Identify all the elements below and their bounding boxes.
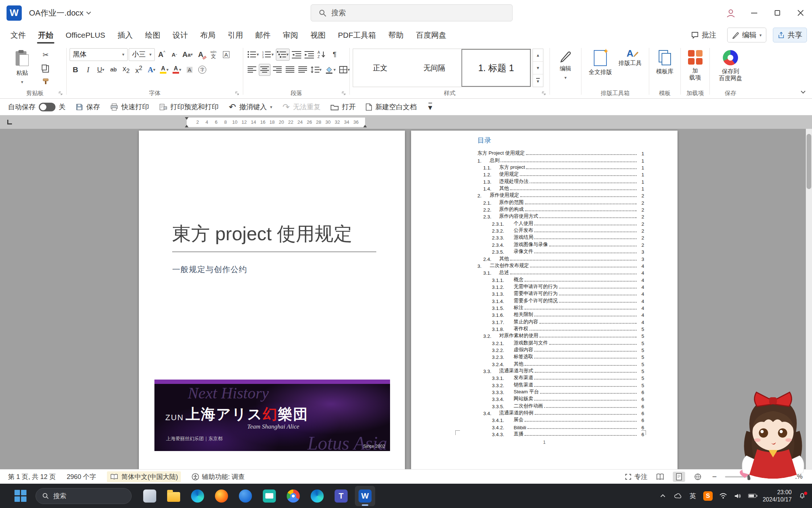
qat-overflow-button[interactable]: ▼: [427, 103, 434, 111]
tab-引用[interactable]: 引用: [221, 26, 249, 44]
toc-entry[interactable]: 3.1.8.著作权5: [477, 325, 644, 332]
style-gallery-more-button[interactable]: ▼: [533, 74, 543, 87]
paragraph-dialog-launcher[interactable]: [341, 90, 347, 96]
firefox-browser-icon[interactable]: [211, 486, 232, 506]
style-gallery-up-button[interactable]: ▲: [533, 49, 543, 62]
editing-button[interactable]: 编辑 ▾: [557, 47, 574, 82]
toc-entry[interactable]: 3.1.7.禁止的内容4: [477, 318, 644, 325]
document-page-2[interactable]: 目录 东方 Project 使用规定11.总则11.1.东方 project11…: [411, 131, 678, 469]
toc-entry[interactable]: 3.4.流通渠道的特例6: [477, 409, 644, 416]
undo-button[interactable]: ↶ 撤消键入 ▾: [229, 102, 272, 112]
tab-审阅[interactable]: 审阅: [277, 26, 304, 44]
tab-布局[interactable]: 布局: [194, 26, 221, 44]
minimize-button[interactable]: [742, 0, 766, 26]
toc-entry[interactable]: 3.二次创作发布规定4: [477, 262, 644, 269]
bullets-button[interactable]: ▾: [246, 49, 260, 61]
highlight-color-button[interactable]: A▾: [158, 64, 170, 76]
chrome-browser-icon[interactable]: [283, 486, 303, 506]
document-banner-image[interactable]: Next History ZUN 上海アリス幻樂団 Team Shanghai …: [154, 380, 390, 451]
toc-entry[interactable]: 2.3.3.游戏结局2: [477, 234, 644, 241]
hanging-indent-marker[interactable]: [185, 123, 188, 127]
increase-indent-button[interactable]: [303, 49, 315, 61]
align-right-button[interactable]: [272, 64, 283, 76]
toc-entry[interactable]: 2.4.其他3: [477, 255, 644, 262]
tab-百度网盘[interactable]: 百度网盘: [410, 26, 452, 44]
maximize-button[interactable]: [766, 0, 789, 26]
distribute-button[interactable]: [297, 64, 308, 76]
language-indicator[interactable]: 简体中文(中国大陆): [107, 471, 181, 482]
copy-button[interactable]: [40, 62, 51, 74]
italic-button[interactable]: I: [82, 64, 94, 76]
onedrive-cloud-icon[interactable]: [674, 493, 682, 499]
font-size-select[interactable]: 小三▾: [129, 48, 155, 61]
tab-PDF工具箱[interactable]: PDF工具箱: [332, 26, 382, 44]
numbering-button[interactable]: 123▾: [261, 49, 275, 61]
shrink-font-button[interactable]: Aˇ: [169, 49, 180, 61]
toc-entry[interactable]: 3.2.2.虚假内容5: [477, 346, 644, 353]
tab-邮件[interactable]: 邮件: [249, 26, 277, 44]
toc-entry[interactable]: 1.2.使用规定1: [477, 171, 644, 177]
style-card-no-spacing[interactable]: 无间隔: [407, 49, 462, 87]
tab-文件[interactable]: 文件: [4, 26, 32, 44]
toc-entry[interactable]: 3.2.4.其他5: [477, 360, 644, 367]
cut-button[interactable]: ✂: [40, 49, 51, 61]
toc-heading[interactable]: 目录: [477, 136, 644, 145]
scrollbar-thumb[interactable]: [807, 134, 811, 189]
tab-视图[interactable]: 视图: [304, 26, 332, 44]
comments-button[interactable]: 批注: [687, 28, 721, 42]
focus-mode-button[interactable]: 专注: [625, 472, 647, 481]
toc-entry[interactable]: 2.1.原作的范围2: [477, 198, 644, 205]
tab-selector[interactable]: [6, 119, 13, 126]
wifi-icon[interactable]: [719, 493, 727, 499]
sort-button[interactable]: AZ: [316, 49, 328, 61]
addins-button[interactable]: 加 载项: [686, 47, 705, 82]
account-button[interactable]: [719, 0, 742, 26]
print-preview-button[interactable]: 打印预览和打印: [159, 102, 219, 112]
strikethrough-button[interactable]: ab: [108, 64, 119, 76]
style-gallery-down-button[interactable]: ▼: [533, 62, 543, 74]
toc-entry[interactable]: 3.3.4.网站贩卖6: [477, 395, 644, 402]
toc-entry[interactable]: 3.3.3.Steam 平台6: [477, 388, 644, 395]
font-color-button[interactable]: A▾: [171, 64, 183, 76]
font-family-select[interactable]: 黑体▾: [70, 48, 128, 61]
tab-插入[interactable]: 插入: [111, 26, 139, 44]
toc-entry[interactable]: 3.1.总述4: [477, 269, 644, 276]
style-card-heading1[interactable]: 1. 标题 1: [461, 49, 531, 87]
tab-OfficePLUS[interactable]: OfficePLUS: [59, 26, 111, 44]
edge-browser-2-icon[interactable]: [307, 486, 327, 506]
toc-entry[interactable]: 东方 Project 使用规定1: [477, 149, 644, 156]
toc-entry[interactable]: 3.1.2.无需申请许可的行为4: [477, 283, 644, 290]
tab-绘图[interactable]: 绘图: [139, 26, 166, 44]
blue-circle-app-icon[interactable]: [235, 486, 256, 506]
document-subtitle-text[interactable]: 一般规定与创作公约: [172, 264, 247, 275]
full-typeset-button[interactable]: ✦ 全文排版: [587, 47, 614, 76]
font-dialog-launcher[interactable]: [234, 90, 240, 96]
new-document-button[interactable]: 新建空白文档: [366, 102, 417, 112]
save-to-baidu-button[interactable]: 保存到 百度网盘: [717, 47, 744, 82]
toc-entry[interactable]: 3.2.1.游戏数据与文件5: [477, 339, 644, 346]
print-layout-button[interactable]: [673, 472, 685, 482]
styles-dialog-launcher[interactable]: [541, 90, 547, 96]
character-border-button[interactable]: A: [220, 49, 232, 61]
toc-entry[interactable]: 2.3.原作内容使用方式2: [477, 213, 644, 220]
toc-entry[interactable]: 2.3.1.个人使用2: [477, 220, 644, 226]
web-layout-button[interactable]: [692, 472, 704, 482]
tab-设计[interactable]: 设计: [166, 26, 194, 44]
collapse-ribbon-button[interactable]: [801, 87, 805, 95]
toc-entry[interactable]: 3.3.2.销售渠道5: [477, 381, 644, 388]
accessibility-status[interactable]: 辅助功能: 调查: [192, 472, 245, 481]
toc-entry[interactable]: 1.总则1: [477, 156, 644, 163]
save-button[interactable]: 保存: [76, 102, 100, 112]
style-card-normal[interactable]: 正文: [353, 49, 407, 87]
toc-entry[interactable]: 3.1.5.标注4: [477, 304, 644, 311]
autosave-toggle[interactable]: 自动保存 关: [8, 102, 66, 112]
zoom-out-button[interactable]: −: [710, 472, 718, 482]
clipboard-dialog-launcher[interactable]: [58, 90, 63, 96]
notification-bell-button[interactable]: [798, 493, 806, 499]
search-input[interactable]: 搜索: [311, 4, 513, 21]
volume-icon[interactable]: [734, 493, 742, 499]
toc-entry[interactable]: 2.3.4.游戏图像与录像2: [477, 241, 644, 247]
right-indent-marker[interactable]: [363, 123, 367, 127]
typeset-tool-button[interactable]: A 排版工具: [616, 47, 644, 67]
toc-entry[interactable]: 3.1.6.相关限制4: [477, 311, 644, 318]
